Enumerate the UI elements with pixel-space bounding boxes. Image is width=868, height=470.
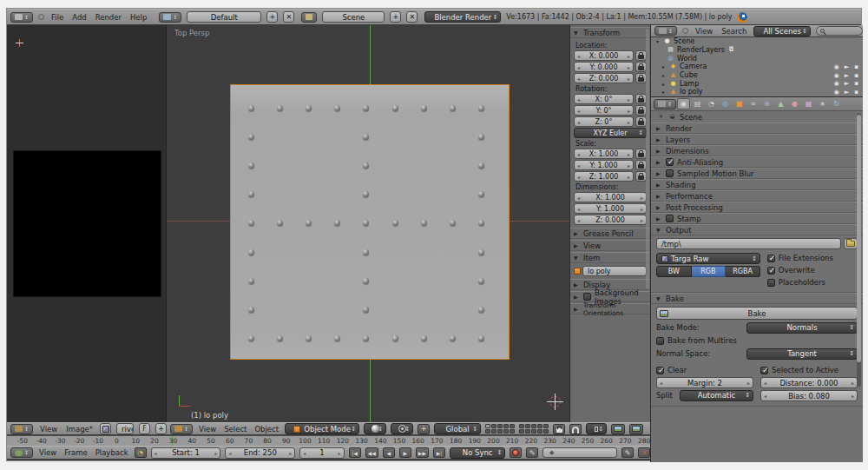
delete-keyframe-button[interactable]: ✕ <box>638 447 650 458</box>
transform-panel-header[interactable]: Transform <box>570 27 650 38</box>
bake-button[interactable]: Bake <box>656 307 858 320</box>
layer-cell[interactable] <box>519 424 524 428</box>
outliner-item-lo-poly[interactable]: ▸ ▲ lo poly ◉►▪ <box>651 88 863 96</box>
uv-2d-cursor[interactable] <box>16 39 23 47</box>
layer-cell[interactable] <box>510 424 515 428</box>
view-panel-header[interactable]: View <box>570 240 650 251</box>
layer-cell[interactable] <box>485 424 490 428</box>
transform-orientations-panel-header[interactable]: Transform Orientations <box>570 303 650 314</box>
render-opengl-anim-button[interactable] <box>629 424 643 434</box>
hide-icon[interactable]: ◉ <box>834 63 839 70</box>
expander-icon[interactable]: ▸ <box>661 63 667 70</box>
auto-keyframe-button[interactable] <box>510 447 522 458</box>
snap-toggle-button[interactable] <box>569 424 582 434</box>
current-frame-field[interactable]: 1 <box>299 447 344 459</box>
menu-object[interactable]: Object <box>253 425 280 434</box>
editor-type-button-outliner[interactable]: ↕ <box>654 26 677 36</box>
outliner-item-camera[interactable]: ▸ ◆ Camera ◉►▪ <box>651 63 863 71</box>
selectable-icon[interactable]: ► <box>845 72 849 79</box>
render-restrict-icon[interactable]: ▪ <box>854 80 858 87</box>
color-mode-rgb-button[interactable]: RGB <box>692 266 727 277</box>
overwrite-checkbox[interactable] <box>767 267 775 275</box>
snap-element-select[interactable] <box>586 423 607 434</box>
pin-icon[interactable]: ∗ <box>657 113 665 121</box>
outliner-item-cube[interactable]: ▸ ▲ Cube ◉►▪ <box>651 71 863 80</box>
selected-to-active-checkbox[interactable] <box>760 367 768 374</box>
render-tab[interactable]: ◉ <box>677 98 690 109</box>
scene-field[interactable]: Scene <box>322 11 385 23</box>
render-restrict-icon[interactable]: ▪ <box>854 72 858 79</box>
color-mode-rgba-button[interactable]: RGBA <box>726 266 760 277</box>
play-button[interactable]: ▶ <box>399 447 411 458</box>
jump-to-next-keyframe-button[interactable]: ▶▶ <box>416 447 429 458</box>
menu-add[interactable]: Add <box>70 13 88 22</box>
constraints-tab[interactable]: ∞ <box>746 98 760 109</box>
stamp-panel-header[interactable]: Stamp <box>651 213 863 224</box>
expander-icon[interactable]: ▸ <box>661 81 667 87</box>
outliner-item-scene[interactable]: ▾ ● Scene <box>651 37 863 46</box>
sampled-motion-blur-checkbox[interactable] <box>666 169 674 177</box>
layer-grid[interactable] <box>485 424 515 434</box>
layer-cell[interactable] <box>491 424 496 428</box>
menu-search[interactable]: Search <box>720 27 748 36</box>
expander-icon[interactable]: ▸ <box>661 72 667 78</box>
menu-view-outliner[interactable]: View <box>694 27 714 36</box>
jump-to-prev-keyframe-button[interactable]: ◀◀ <box>365 447 378 458</box>
layer-grid[interactable] <box>519 424 549 434</box>
dimensions-z-field[interactable]: Z: 0.000 <box>574 215 647 225</box>
render-engine-select[interactable]: Blender Render <box>424 11 501 23</box>
jump-to-end-button[interactable]: ▶| <box>433 447 445 458</box>
render-restrict-icon[interactable]: ▪ <box>854 89 858 96</box>
outliner-item-world[interactable]: ◍ World <box>651 54 863 63</box>
rotation-z-field[interactable]: Z: 0° <box>574 116 634 127</box>
uv-image-editor[interactable] <box>7 25 167 422</box>
menu-playback[interactable]: Playback <box>94 448 130 457</box>
grease-pencil-panel-header[interactable]: Grease Pencil <box>570 228 650 239</box>
mode-select[interactable]: Object Mode <box>285 423 359 434</box>
browse-output-path-button[interactable] <box>844 238 858 249</box>
output-panel-header[interactable]: Output <box>651 224 863 235</box>
menu-help[interactable]: Help <box>128 13 148 22</box>
frame-start-field[interactable]: Start: 1 <box>151 447 221 459</box>
outliner-search-input[interactable] <box>816 26 863 36</box>
layer-cell[interactable] <box>543 429 549 434</box>
insert-keyframe-button[interactable]: ✎ <box>621 447 634 458</box>
rotation-x-field[interactable]: X: 0° <box>574 94 634 104</box>
placeholders-checkbox[interactable] <box>767 279 775 287</box>
bake-panel-header[interactable]: Bake <box>651 293 863 304</box>
distance-slider[interactable]: Distance: 0.000 <box>760 377 858 388</box>
editor-type-button-properties[interactable]: ↕ <box>654 99 676 109</box>
preview-range-button[interactable]: ◔ <box>135 447 147 458</box>
shading-panel-header[interactable]: Shading <box>651 179 863 190</box>
menu-render[interactable]: Render <box>94 13 123 22</box>
layer-cell[interactable] <box>543 424 549 428</box>
display-mode-select[interactable]: All Scenes <box>753 26 811 36</box>
expander-icon[interactable]: ▾ <box>654 38 661 44</box>
bake-mode-select[interactable]: Normals <box>746 322 858 334</box>
particles-tab[interactable]: ∗ <box>816 98 829 109</box>
stamp-checkbox[interactable] <box>666 215 674 222</box>
world-tab[interactable]: ◍ <box>719 98 732 109</box>
layer-cell[interactable] <box>497 424 503 428</box>
collapse-menus-icon[interactable] <box>682 28 688 34</box>
sampled-motion-blur-panel-header[interactable]: Sampled Motion Blur <box>651 168 863 179</box>
color-mode-bw-button[interactable]: BW <box>656 266 692 277</box>
baked-image-canvas[interactable] <box>13 150 161 297</box>
expander-icon[interactable]: ▸ <box>661 89 667 95</box>
hide-icon[interactable]: ◉ <box>834 80 839 87</box>
location-x-field[interactable]: X: 0.000 <box>574 50 634 61</box>
layer-cell[interactable] <box>519 429 524 434</box>
layer-cell[interactable] <box>497 429 503 434</box>
menu-select[interactable]: Select <box>222 425 248 434</box>
render-layers-tab[interactable]: ▤ <box>691 98 704 109</box>
play-reverse-button[interactable]: ◀ <box>383 447 395 458</box>
bias-slider[interactable]: Bias: 0.080 <box>760 390 858 401</box>
layer-cell[interactable] <box>510 429 515 434</box>
lo-poly-plane[interactable] <box>231 85 509 359</box>
viewport-3d[interactable]: Top Persp (1) lo poly <box>167 25 569 422</box>
editor-type-button-image[interactable]: ↕ <box>10 424 33 434</box>
hide-icon[interactable]: ◉ <box>834 89 839 96</box>
layer-cell[interactable] <box>537 424 542 428</box>
menu-view-3d[interactable]: View <box>197 425 218 434</box>
material-tab[interactable]: ● <box>788 98 801 109</box>
